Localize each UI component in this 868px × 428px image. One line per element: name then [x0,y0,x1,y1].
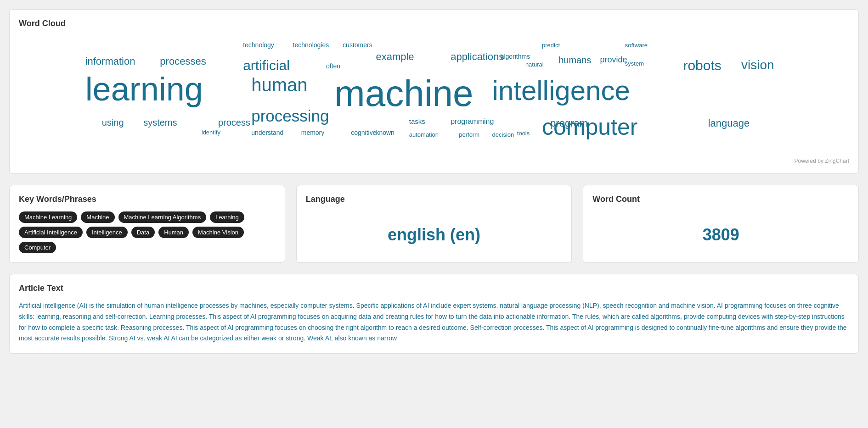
word-cloud-word: example [376,51,414,63]
word-cloud-word: tasks [409,117,425,125]
word-cloud-word: provide [600,55,627,65]
word-cloud-word: learning [85,70,203,108]
powered-by-label: Powered by ZingChart [795,158,849,164]
word-cloud-word: identify [202,129,220,136]
keywords-panel: Key Words/Phrases Machine LearningMachin… [9,185,285,263]
keywords-title: Key Words/Phrases [19,195,276,204]
word-cloud-word: information [85,56,135,67]
word-cloud-word: programming [451,117,494,126]
tags-container: Machine LearningMachineMachine Learning … [19,211,276,253]
word-cloud-word: processing [251,107,329,125]
word-cloud-word: algorithms [501,53,530,60]
word-cloud-container: Powered by ZingChart learningmachineinte… [19,36,849,164]
keyword-tag: Machine Vision [192,227,244,238]
word-cloud-word: using [102,117,124,128]
keyword-tag: Human [158,227,189,238]
word-cloud-word: robots [683,58,721,73]
keyword-tag: Learning [210,211,244,223]
language-panel: Language english (en) [296,185,572,263]
keyword-tag: Data [131,227,155,238]
keyword-tag: Machine [81,211,114,223]
language-title: Language [306,195,345,204]
keyword-tag: Intelligence [86,227,128,238]
language-value: english (en) [306,225,563,245]
word-cloud-word: customers [343,41,372,49]
word-cloud-word: cognitive [351,129,376,136]
word-cloud-word: decision [492,131,514,138]
word-cloud-word: technology [243,41,274,49]
word-cloud-word: applications [451,51,504,63]
word-cloud-word: natural [525,61,544,68]
word-cloud-word: artificial [243,58,290,73]
word-cloud-word: human [251,75,307,95]
wordcount-panel: Word Count 3809 [583,185,859,263]
word-cloud-word: predict [542,42,560,49]
panels-row: Key Words/Phrases Machine LearningMachin… [9,185,859,263]
word-cloud-word: language [708,117,750,129]
word-cloud-word: perform [459,131,479,138]
word-cloud-word: system [625,60,644,67]
article-title: Article Text [19,283,849,293]
word-cloud-word: intelligence [492,75,630,106]
word-cloud-word: program [550,117,588,129]
wordcount-value: 3809 [592,225,849,245]
word-cloud-card: Word Cloud Powered by ZingChart learning… [9,9,859,174]
word-cloud-word: humans [558,55,591,66]
keyword-tag: Computer [19,242,56,253]
word-cloud-word: understand [251,129,283,136]
word-cloud-word: processes [160,56,206,67]
wordcount-title: Word Count [592,195,640,204]
keyword-tag: Machine Learning [19,211,77,223]
word-cloud-word: known [376,129,394,136]
article-card: Article Text Artificial intelligence (AI… [9,274,859,354]
word-cloud-word: systems [143,117,177,128]
keyword-tag: Artificial Intelligence [19,227,83,238]
word-cloud-word: tools [517,130,530,137]
word-cloud-title: Word Cloud [19,19,849,28]
word-cloud-word: technologies [293,41,329,49]
word-cloud-word: memory [301,129,325,136]
word-cloud-word: automation [409,131,439,138]
word-cloud-word: vision [741,58,774,72]
word-cloud-word: often [326,62,340,70]
article-text: Artificial intelligence (AI) is the simu… [19,300,849,344]
word-cloud-word: machine [334,72,473,115]
keyword-tag: Machine Learning Algorithms [118,211,207,223]
word-cloud-word: software [625,42,648,49]
word-cloud-word: process [218,117,250,128]
